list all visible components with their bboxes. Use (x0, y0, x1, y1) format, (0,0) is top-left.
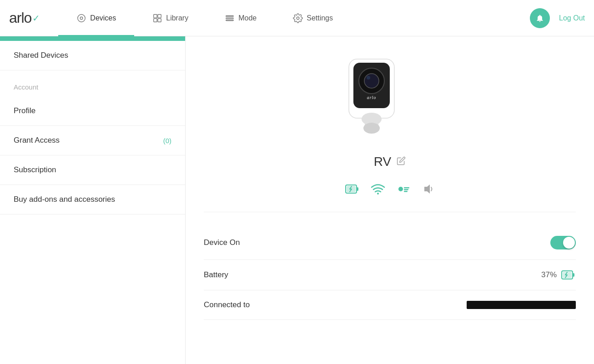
shared-devices-label: Shared Devices (14, 51, 68, 60)
wifi-icon (371, 183, 385, 195)
device-on-toggle[interactable] (550, 236, 576, 249)
nav-devices[interactable]: Devices (58, 0, 134, 36)
grant-access-badge: (0) (163, 137, 171, 145)
battery-status-icon (345, 183, 360, 198)
svg-marker-27 (424, 184, 430, 194)
nav-mode[interactable]: Mode (206, 0, 275, 36)
device-content: arlo RV (186, 36, 594, 364)
notification-button[interactable] (530, 8, 550, 28)
svg-rect-3 (158, 14, 161, 17)
sidebar-item-subscription[interactable]: Subscription (0, 155, 185, 185)
logout-button[interactable]: Log Out (559, 14, 585, 22)
svg-point-14 (367, 76, 370, 80)
profile-label: Profile (14, 106, 35, 115)
nav-settings[interactable]: Settings (275, 0, 351, 36)
svg-text:arlo: arlo (367, 95, 377, 100)
buy-addons-label: Buy add-ons and accessories (14, 195, 115, 204)
svg-rect-6 (226, 15, 234, 16)
mode-icon (225, 13, 235, 23)
connected-to-row: Connected to (204, 290, 576, 320)
nav-library-label: Library (166, 14, 188, 22)
nav-settings-label: Settings (307, 14, 333, 22)
svg-rect-5 (158, 18, 161, 21)
svg-rect-25 (404, 189, 408, 190)
edit-name-button[interactable] (397, 156, 406, 168)
battery-row: Battery 37% (204, 260, 576, 290)
sidebar-item-grant-access[interactable]: Grant Access (0) (0, 126, 185, 155)
logo: arlo ✓ (9, 10, 40, 26)
battery-charging-small-icon (561, 270, 576, 280)
logo-checkmark-icon: ✓ (32, 13, 40, 24)
device-name-row: RV (204, 155, 576, 169)
svg-point-23 (398, 187, 403, 191)
sidebar-top-bar (0, 36, 185, 41)
main-nav: Devices Library Mode Settings (58, 0, 530, 36)
redacted-network-name (467, 301, 576, 309)
svg-rect-26 (404, 191, 408, 192)
nav-devices-label: Devices (90, 14, 116, 22)
sidebar-item-shared-devices[interactable]: Shared Devices (0, 41, 185, 70)
device-on-label: Device On (204, 238, 240, 247)
sidebar-item-profile[interactable]: Profile (0, 96, 185, 126)
device-image-container: arlo (204, 45, 576, 145)
svg-point-0 (78, 14, 86, 22)
wifi-status-icon (371, 183, 385, 198)
nav-mode-label: Mode (238, 14, 257, 22)
motion-icon (396, 183, 411, 195)
svg-rect-20 (357, 187, 358, 191)
device-status-icons (204, 183, 576, 212)
logo-text: arlo (9, 10, 31, 26)
settings-icon (293, 13, 303, 23)
bell-icon (535, 14, 544, 23)
volume-status-icon (422, 183, 434, 198)
speaker-icon (422, 183, 434, 195)
svg-point-18 (363, 123, 380, 134)
svg-point-13 (364, 74, 379, 88)
sidebar-item-buy-addons[interactable]: Buy add-ons and accessories (0, 185, 185, 214)
subscription-label: Subscription (14, 165, 56, 175)
svg-rect-8 (226, 20, 234, 20)
battery-percent: 37% (541, 270, 557, 279)
toggle-thumb (563, 237, 575, 249)
sidebar: Shared Devices Account Profile Grant Acc… (0, 36, 186, 364)
library-icon (152, 13, 162, 23)
nav-right: Log Out (530, 8, 585, 28)
svg-rect-24 (404, 187, 409, 189)
device-panel: arlo RV (186, 36, 594, 338)
svg-rect-2 (154, 14, 157, 17)
svg-rect-29 (573, 273, 574, 277)
svg-point-1 (81, 17, 83, 20)
device-name: RV (374, 155, 391, 169)
svg-point-22 (377, 193, 379, 194)
nav-library[interactable]: Library (134, 0, 206, 36)
motion-status-icon (396, 183, 411, 198)
battery-charging-icon (345, 183, 360, 195)
device-on-row: Device On (204, 226, 576, 260)
battery-value: 37% (541, 270, 576, 280)
sidebar-account-section: Account (0, 70, 185, 96)
connected-to-label: Connected to (204, 300, 250, 309)
svg-point-9 (297, 17, 299, 20)
grant-access-label: Grant Access (14, 136, 60, 145)
account-label: Account (14, 83, 38, 91)
header: arlo ✓ Devices Library (0, 0, 594, 36)
battery-label: Battery (204, 270, 228, 279)
main-layout: Shared Devices Account Profile Grant Acc… (0, 36, 594, 364)
devices-icon (76, 13, 86, 23)
svg-rect-7 (226, 18, 234, 19)
connected-to-value (467, 301, 576, 309)
svg-rect-4 (154, 18, 157, 21)
camera-image: arlo (340, 50, 440, 141)
pencil-icon (397, 156, 406, 165)
